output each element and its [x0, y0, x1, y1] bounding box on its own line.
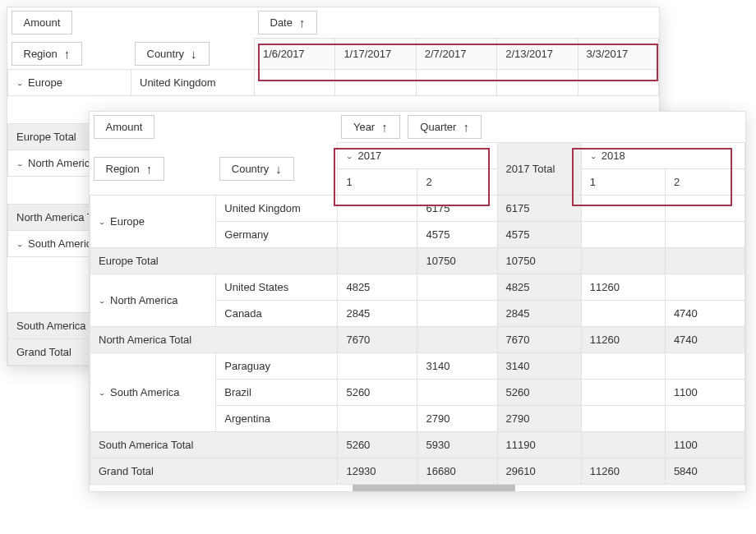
chevron-down-icon: ⌄ — [99, 390, 105, 396]
value-cell: 7670 — [497, 327, 581, 353]
value-cell: 4740 — [665, 327, 744, 353]
chevron-down-icon: ⌄ — [16, 242, 23, 247]
year-header-2017[interactable]: ⌄2017 — [338, 143, 497, 169]
value-cell: 4575 — [417, 222, 497, 248]
value-cell: 5840 — [665, 458, 744, 485]
country-chip-back[interactable]: Country ↓ — [135, 42, 210, 66]
region-chip-front[interactable]: Region ↑ — [94, 157, 165, 181]
quarter-chip[interactable]: Quarter ↑ — [408, 115, 482, 139]
value-cell: 1100 — [665, 380, 744, 406]
value-cell — [338, 196, 417, 222]
value-cell — [665, 222, 744, 248]
value-cell: 1100 — [665, 432, 744, 458]
country-cell: Germany — [216, 222, 338, 248]
chip-label: Amount — [24, 16, 61, 29]
date-col-header[interactable]: 3/3/2017 — [578, 39, 658, 70]
value-cell: 6175 — [417, 196, 497, 222]
quarter-header[interactable]: 2 — [665, 169, 744, 196]
country-cell: Paraguay — [216, 353, 338, 380]
sort-desc-icon: ↓ — [191, 48, 197, 60]
value-cell — [581, 301, 665, 327]
value-cell: 5260 — [338, 432, 417, 458]
sort-asc-icon: ↑ — [381, 121, 388, 133]
region-cell[interactable]: ⌄North America — [90, 274, 216, 327]
region-cell[interactable]: ⌄Europe — [8, 69, 131, 95]
country-cell: United Kingdom — [131, 69, 255, 95]
value-cell — [581, 380, 665, 406]
value-cell — [581, 432, 665, 458]
value-cell — [338, 406, 417, 432]
value-cell: 4825 — [338, 274, 417, 301]
value-cell: 5930 — [417, 432, 497, 458]
country-cell: United Kingdom — [216, 196, 338, 222]
value-cell: 4825 — [497, 274, 581, 301]
value-cell: 5260 — [497, 380, 581, 406]
value-cell: 2790 — [497, 406, 581, 432]
value-cell: 6175 — [497, 196, 581, 222]
chip-label: Year — [353, 121, 375, 133]
value-cell: 4575 — [497, 222, 581, 248]
value-cell — [581, 222, 665, 248]
value-cell: 2790 — [417, 406, 497, 432]
chip-label: Country — [147, 48, 185, 60]
country-cell: Argentina — [216, 406, 338, 432]
value-cell — [581, 196, 665, 222]
total-row-label: North America Total — [90, 327, 338, 353]
country-cell: Canada — [216, 301, 338, 327]
date-chip[interactable]: Date ↑ — [258, 11, 318, 35]
value-cell — [665, 274, 744, 301]
quarter-header[interactable]: 1 — [338, 169, 417, 196]
sort-asc-icon: ↑ — [146, 163, 153, 175]
date-col-header[interactable]: 1/17/2017 — [335, 39, 416, 70]
value-cell: 10750 — [417, 248, 497, 274]
date-col-header[interactable]: 1/6/2017 — [255, 39, 335, 70]
value-cell: 4740 — [665, 301, 744, 327]
chevron-down-icon: ⌄ — [346, 154, 353, 159]
quarter-header[interactable]: 2 — [417, 169, 497, 196]
value-cell — [581, 353, 665, 380]
date-col-header[interactable]: 2/13/2017 — [497, 39, 578, 70]
value-cell — [338, 248, 417, 274]
total-row-label: Grand Total — [90, 458, 338, 485]
value-cell: 29610 — [497, 458, 581, 485]
horizontal-scrollbar[interactable] — [353, 485, 515, 491]
amount-chip-front[interactable]: Amount — [94, 115, 155, 139]
quarter-header[interactable]: 1 — [581, 169, 665, 196]
value-cell — [665, 248, 744, 274]
country-cell: Brazil — [216, 380, 338, 406]
year-header-2018[interactable]: ⌄2018 — [581, 143, 744, 169]
year-total-header: 2017 Total — [497, 143, 581, 196]
value-cell: 12930 — [338, 458, 417, 485]
value-cell: 7670 — [338, 327, 417, 353]
value-cell: 2845 — [338, 301, 417, 327]
total-row-label: South America Total — [90, 432, 338, 458]
sort-asc-icon: ↑ — [64, 48, 71, 60]
region-chip-back[interactable]: Region ↑ — [12, 42, 83, 66]
pivot-table-quarterly: Amount Year ↑ Quarter ↑ Region ↑ — [89, 111, 746, 492]
value-cell — [581, 248, 665, 274]
chevron-down-icon: ⌄ — [99, 298, 105, 304]
value-cell — [417, 301, 497, 327]
value-cell — [338, 353, 417, 380]
region-cell[interactable]: ⌄Europe — [90, 196, 216, 248]
value-cell — [665, 196, 744, 222]
amount-chip-back[interactable]: Amount — [12, 11, 73, 35]
value-cell — [665, 353, 744, 380]
country-chip-front[interactable]: Country ↓ — [219, 157, 294, 181]
year-chip[interactable]: Year ↑ — [341, 115, 400, 139]
value-cell: 3140 — [417, 353, 497, 380]
value-cell: 2845 — [497, 301, 581, 327]
chip-label: Quarter — [420, 121, 456, 133]
chip-label: Region — [24, 48, 58, 60]
value-cell: 11260 — [581, 327, 665, 353]
value-cell — [338, 222, 417, 248]
value-cell: 11260 — [581, 274, 665, 301]
value-cell: 11260 — [581, 458, 665, 485]
chevron-down-icon: ⌄ — [16, 161, 23, 167]
region-cell[interactable]: ⌄South America — [90, 353, 216, 432]
country-cell: United States — [216, 274, 338, 301]
value-cell: 3140 — [497, 353, 581, 380]
sort-asc-icon: ↑ — [299, 16, 306, 29]
value-cell — [417, 327, 497, 353]
date-col-header[interactable]: 2/7/2017 — [416, 39, 496, 70]
